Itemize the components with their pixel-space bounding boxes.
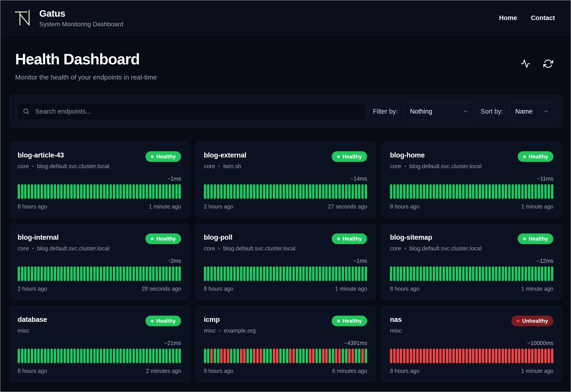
uptime-bar <box>217 266 220 281</box>
nav-link-home[interactable]: Home <box>499 14 517 22</box>
uptime-bar <box>119 184 122 199</box>
downtime-bar <box>400 349 402 363</box>
downtime-bar <box>348 349 351 363</box>
uptime-bar <box>109 349 112 363</box>
endpoint-card-database[interactable]: database misc • Healthy ~21ms <box>9 306 189 382</box>
uptime-bar <box>136 266 138 281</box>
uptime-bar <box>505 266 507 281</box>
uptime-bar <box>429 266 432 281</box>
status-badge: Healthy <box>332 233 367 244</box>
uptime-bars <box>390 266 553 281</box>
uptime-bar <box>93 266 96 281</box>
uptime-bar <box>479 266 481 281</box>
uptime-bar <box>237 184 239 199</box>
uptime-bar <box>416 266 419 281</box>
uptime-bar <box>397 184 399 199</box>
uptime-bar <box>44 184 46 199</box>
uptime-bars <box>18 266 181 281</box>
latency-label: ~21ms <box>18 340 181 346</box>
uptime-bar <box>34 184 37 199</box>
endpoint-card-blog-article-43[interactable]: blog-article-43 core • blog.default.svc.… <box>9 142 189 218</box>
search-input[interactable] <box>17 103 366 120</box>
uptime-bar <box>54 349 56 363</box>
app-name: Gatus <box>39 8 123 19</box>
endpoint-card-nas[interactable]: nas misc • Unhealthy ~10000ms <box>382 306 562 382</box>
uptime-bar <box>348 266 351 281</box>
latency-label: ~14ms <box>204 176 367 182</box>
refresh-icon[interactable] <box>543 59 553 69</box>
downtime-bar <box>472 349 474 363</box>
downtime-bar <box>420 349 422 363</box>
uptime-bar <box>263 266 265 281</box>
uptime-bar <box>210 184 213 199</box>
endpoint-card-blog-poll[interactable]: blog-poll core • blog.default.svc.cluste… <box>195 224 376 300</box>
status-badge: Healthy <box>145 316 181 326</box>
uptime-bar <box>149 184 151 199</box>
uptime-bar <box>175 184 178 199</box>
uptime-bar <box>175 349 178 363</box>
uptime-bar <box>155 184 158 199</box>
uptime-bar <box>345 266 347 281</box>
uptime-bar <box>306 349 308 363</box>
uptime-bar <box>169 266 171 281</box>
endpoint-card-blog-sitemap[interactable]: blog-sitemap core • blog.default.svc.clu… <box>382 224 562 300</box>
downtime-bar <box>322 349 325 363</box>
uptime-bar <box>270 349 272 363</box>
app-subtitle: System Monitoring Dashboard <box>39 21 123 28</box>
sort-select[interactable]: Name <box>510 103 554 120</box>
meta-separator: • <box>32 245 34 252</box>
uptime-bar <box>433 184 435 199</box>
status-badge: Unhealthy <box>511 316 553 326</box>
uptime-bar <box>96 266 99 281</box>
uptime-bar <box>443 184 445 199</box>
endpoint-meta: core • blog.default.svc.cluster.local <box>390 245 481 252</box>
uptime-bar <box>60 184 63 199</box>
uptime-bar <box>152 266 155 281</box>
latency-label: ~4391ms <box>204 340 367 346</box>
uptime-bar <box>21 349 23 363</box>
endpoint-name: blog-home <box>390 151 481 159</box>
uptime-bar <box>116 184 119 199</box>
uptime-bar <box>237 349 239 363</box>
uptime-bar <box>492 266 494 281</box>
endpoint-card-blog-external[interactable]: blog-external core • twin.sh Healthy ~14… <box>195 142 376 218</box>
sort-label: Sort by: <box>481 108 503 115</box>
newest-timestamp: 27 seconds ago <box>328 203 367 210</box>
endpoint-card-blog-internal[interactable]: blog-internal core • blog.default.svc.cl… <box>9 224 189 300</box>
uptime-bar <box>466 184 468 199</box>
uptime-bar <box>146 184 148 199</box>
status-dot-icon <box>151 155 154 158</box>
endpoint-card-icmp[interactable]: icmp misc • example.org Healthy ~4391ms <box>195 306 376 382</box>
endpoint-meta: core • blog.default.svc.cluster.local <box>18 245 109 252</box>
uptime-bar <box>538 184 540 199</box>
uptime-bar <box>179 184 181 199</box>
uptime-bar <box>106 266 109 281</box>
uptime-bar <box>335 266 337 281</box>
uptime-bar <box>224 266 226 281</box>
uptime-bar <box>462 184 465 199</box>
uptime-bar <box>521 266 524 281</box>
uptime-bar <box>365 349 367 363</box>
uptime-bar <box>329 349 331 363</box>
uptime-bar <box>139 349 142 363</box>
meta-separator: • <box>218 245 220 252</box>
uptime-bar <box>439 266 442 281</box>
latency-label: ~12ms <box>390 258 553 264</box>
nav-link-contact[interactable]: Contact <box>531 14 555 22</box>
endpoint-card-blog-home[interactable]: blog-home core • blog.default.svc.cluste… <box>382 142 562 218</box>
uptime-bar <box>28 349 30 363</box>
uptime-bar <box>426 266 428 281</box>
page-head: Health Dashboard Monitor the health of y… <box>9 50 562 81</box>
activity-icon[interactable] <box>521 59 530 69</box>
head-actions <box>521 59 553 69</box>
newest-timestamp: 1 minute ago <box>521 286 553 292</box>
filter-select[interactable]: Nothing <box>404 103 474 120</box>
latency-label: ~1ms <box>204 258 367 264</box>
uptime-bar <box>24 184 27 199</box>
uptime-bar <box>149 349 151 363</box>
toolbar: Filter by: Nothing Sort by: Name <box>9 95 562 128</box>
uptime-bar <box>299 349 301 363</box>
uptime-bar <box>133 349 135 363</box>
downtime-bar <box>393 349 396 363</box>
uptime-bar <box>126 266 128 281</box>
